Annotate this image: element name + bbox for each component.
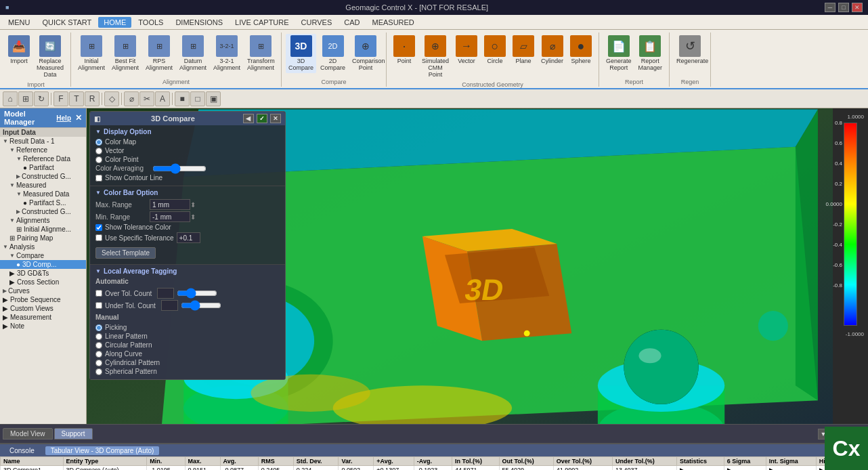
over-tol-checkbox[interactable] [95,290,102,297]
note-item[interactable]: ▶ Note [0,322,86,330]
show-contour-checkbox[interactable] [95,175,102,181]
menu-item-cad[interactable]: CAD [339,17,365,28]
3d-compare-button[interactable]: 3D 3DCompare [286,34,316,73]
view-top-button[interactable]: T [69,91,84,106]
cell-6sigma[interactable]: ▶ [724,466,766,471]
view-front-button[interactable]: F [53,91,68,106]
regenerate-button[interactable]: ↺ Regenerate [674,34,706,66]
sim-cmm-button[interactable]: ⊕ SimulatedCMM Point [419,34,452,80]
cross-section-item[interactable]: ▶ Cross Section [0,278,86,286]
3d-compare-tree-item[interactable]: ● 3D Comp... [0,260,86,269]
321-button[interactable]: 3-2-1 3-2-1Alignment [211,34,243,73]
partifact-item[interactable]: ● Partifact [0,163,86,172]
support-tab[interactable]: Support [54,428,93,440]
minimize-button[interactable]: ─ [825,3,836,12]
rps-button[interactable]: ⊞ RPSAlignment [143,34,175,73]
maximize-button[interactable]: □ [838,3,849,12]
use-specific-checkbox[interactable] [95,234,102,241]
gdts-item[interactable]: ▶ 3D GD&Ts [0,269,86,278]
rotate-button[interactable]: ↻ [34,91,49,106]
spherical-pattern-radio[interactable] [95,368,102,375]
measurement-item[interactable]: ▶ Measurement [0,313,86,322]
vector-radio[interactable] [95,148,102,154]
section-button[interactable]: ✂ [139,91,154,106]
panel-close-button[interactable]: ✕ [75,113,82,123]
help-link[interactable]: Help [56,114,71,122]
show-tolerance-checkbox[interactable] [95,224,102,231]
probe-sequence-item[interactable]: ▶ Probe Sequence [0,295,86,304]
circle-button[interactable]: ○ Circle [481,34,508,66]
generate-report-button[interactable]: 📄 GenerateReport [603,34,634,73]
linear-pattern-radio[interactable] [95,333,102,340]
measured-data-item[interactable]: ▼ Measured Data [0,190,86,198]
cylinder-button[interactable]: ⌀ Cylinder [538,34,566,66]
menu-item-measured[interactable]: MEASURED [366,17,419,28]
wireframe-button[interactable]: □ [190,91,205,106]
menu-item-live-capture[interactable]: LIVE CAPTURE [230,17,294,28]
circular-pattern-radio[interactable] [95,342,102,349]
home-view-button[interactable]: ⌂ [3,91,18,106]
point-button[interactable]: · Point [391,34,418,66]
menu-item-menu[interactable]: MENU [3,17,35,28]
under-tol-checkbox[interactable] [95,302,102,309]
model-view-tab[interactable]: Model View [3,428,53,440]
replace-measured-button[interactable]: 🔄 ReplaceMeasured Data [34,34,66,80]
datum-button[interactable]: ⊞ DatumAlignment [177,34,209,73]
partifact-s-item[interactable]: ● Partifact S... [0,198,86,207]
panel-check-button[interactable]: ✓ [257,114,267,123]
reference-item[interactable]: ▼ Reference [0,146,86,154]
cell-int-sigma[interactable]: ▶ [766,466,816,471]
menu-item-curves[interactable]: CURVES [296,17,338,28]
pairing-map-item[interactable]: ⊞ Pairing Map [0,234,86,242]
initial-align-item[interactable]: ⊞ Initial Alignme... [0,225,86,234]
3d-viewport[interactable]: 3D ◧ 3D Compare ◀ ✓ [87,108,833,424]
initial-alignment-button[interactable]: ⊞ InitialAlignment [75,34,108,73]
cell-statistics[interactable]: ▶ [677,466,724,471]
cylindrical-pattern-radio[interactable] [95,360,102,366]
alignments-item[interactable]: ▼ Alignments [0,216,86,225]
measured-item[interactable]: ▼ Measured [0,181,86,190]
vector-button[interactable]: → Vector [453,34,480,66]
tabular-view-tab[interactable]: Tabular View - 3D Compare (Auto) [45,446,160,455]
along-curve-radio[interactable] [95,351,102,358]
result-data-item[interactable]: ▼ Result Data - 1 [0,137,86,146]
constructed-g-item[interactable]: ▶ Constructed G... [0,172,86,181]
2d-compare-button[interactable]: 2D 2DCompare [318,34,348,73]
under-tol-input[interactable] [161,300,178,311]
color-point-radio[interactable] [95,156,102,163]
analysis-item[interactable]: ▼ Analysis [0,242,86,251]
color-map-radio[interactable] [95,139,102,146]
curves-item[interactable]: ▶ Curves [0,286,86,295]
min-range-input[interactable] [150,211,190,222]
close-button[interactable]: ✕ [852,3,863,12]
transform-button[interactable]: ⊞ TransformAlignment [244,34,277,73]
max-range-spinner[interactable]: ⬍ [190,201,196,209]
color-averaging-slider[interactable] [152,166,207,171]
measure-button[interactable]: ⌀ [124,91,139,106]
panel-pin-button[interactable]: ◀ [243,114,254,123]
table-row[interactable]: 3D Compare1 3D Compare (Auto) -1.0195 0.… [1,466,868,471]
best-fit-button[interactable]: ⊞ Best FitAlignment [109,34,142,73]
shade-wire-button[interactable]: ▣ [206,91,221,106]
menu-item-home[interactable]: HOME [98,17,131,28]
view-isometric-button[interactable]: ◇ [104,91,119,106]
reference-data-item[interactable]: ▼ Reference Data [0,154,86,163]
plane-button[interactable]: ▱ Plane [510,34,537,66]
sphere-button[interactable]: ● Sphere [567,34,594,66]
menu-item-quick-start[interactable]: QUICK START [37,17,97,28]
report-manager-button[interactable]: 📋 ReportManager [636,34,666,73]
constructed-g2-item[interactable]: ▶ Constructed G... [0,207,86,216]
shade-button[interactable]: ■ [175,91,190,106]
menu-item-tools[interactable]: TOOLS [133,17,169,28]
under-tol-slider[interactable] [181,303,221,308]
comparison-point-button[interactable]: ⊕ ComparisonPoint [349,34,382,73]
custom-views-item[interactable]: ▶ Custom Views [0,304,86,313]
picking-radio[interactable] [95,324,102,331]
select-template-button[interactable]: Select Template [95,247,156,259]
view-right-button[interactable]: R [85,91,100,106]
min-range-spinner[interactable]: ⬍ [190,213,196,221]
specific-tolerance-input[interactable] [177,232,200,243]
annotation-button[interactable]: A [155,91,170,106]
over-tol-input[interactable] [157,288,174,299]
over-tol-slider[interactable] [177,291,217,296]
